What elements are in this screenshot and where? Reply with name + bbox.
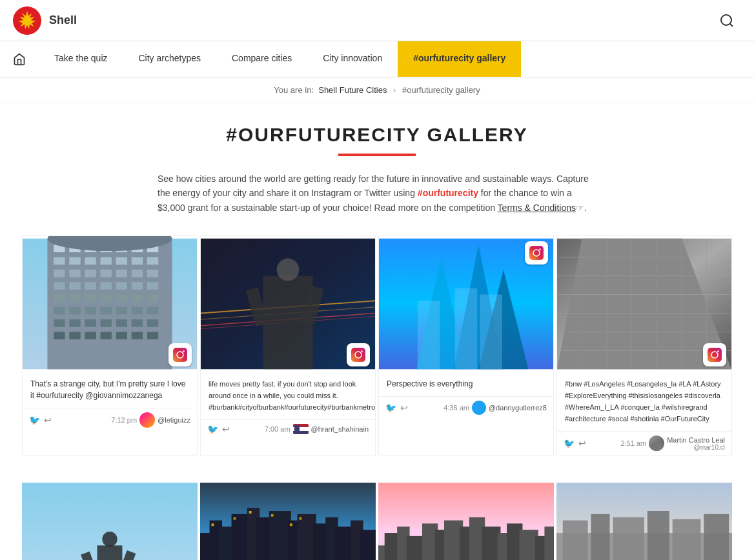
- svg-rect-128: [271, 514, 274, 517]
- card7-image: [378, 481, 554, 560]
- nav-ourfuturecity-gallery[interactable]: #ourfuturecity gallery: [398, 41, 521, 77]
- svg-rect-21: [69, 270, 80, 277]
- card4-footer: 🐦 ↩ 2:51 am Martin Castro Leal @mar10.cl: [557, 431, 731, 455]
- gallery-card-1[interactable]: That's a strange city, but I'm pretty su…: [22, 235, 198, 455]
- gallery-card-8[interactable]: [556, 481, 732, 560]
- title-underline: [338, 154, 416, 156]
- svg-rect-15: [85, 257, 96, 265]
- search-icon: [719, 13, 735, 28]
- gallery-card-5[interactable]: [22, 481, 198, 560]
- nav-city-innovation[interactable]: City innovation: [307, 41, 398, 77]
- share-icon-2: ↩: [222, 424, 230, 434]
- user-avatar-1: [139, 412, 155, 428]
- svg-rect-27: [54, 282, 65, 290]
- twitter-icon-2: 🐦: [207, 424, 218, 434]
- share-icon-1: ↩: [44, 415, 52, 425]
- svg-rect-28: [69, 282, 80, 290]
- svg-rect-149: [563, 521, 588, 560]
- nav-compare-cities[interactable]: Compare cities: [216, 41, 307, 77]
- svg-rect-35: [69, 295, 80, 303]
- svg-rect-34: [54, 295, 65, 303]
- gallery-description: See how cities around the world are gett…: [158, 172, 596, 215]
- svg-rect-83: [455, 288, 478, 369]
- gallery-card-2[interactable]: life moves pretty fast. if you don't sto…: [200, 235, 376, 455]
- breadcrumb-separator: ›: [393, 85, 396, 95]
- nav-city-archetypes[interactable]: City archetypes: [123, 41, 216, 77]
- gallery-card-6[interactable]: [200, 481, 376, 560]
- svg-rect-17: [116, 257, 127, 265]
- shell-logo[interactable]: [13, 6, 41, 35]
- svg-rect-75: [351, 348, 365, 362]
- instagram-icon-1: [168, 343, 192, 366]
- gallery-card-7[interactable]: [378, 481, 554, 560]
- svg-rect-130: [299, 517, 301, 520]
- home-icon: [13, 53, 26, 66]
- svg-rect-14: [69, 257, 80, 265]
- svg-rect-20: [54, 270, 65, 277]
- card3-caption: Perspective is everything: [379, 372, 553, 396]
- svg-point-1: [721, 15, 731, 25]
- card3-footer: 🐦 ↩ 4:36 am @dannygutierrez8: [379, 396, 553, 419]
- svg-rect-129: [290, 524, 292, 526]
- card6-image: [200, 481, 376, 560]
- twitter-icon-4: 🐦: [564, 438, 575, 448]
- svg-point-77: [361, 350, 362, 352]
- svg-rect-106: [97, 546, 123, 560]
- svg-rect-33: [147, 282, 158, 290]
- nav-take-the-quiz[interactable]: Take the quiz: [39, 41, 123, 77]
- user-avatar-4: [649, 435, 664, 451]
- svg-rect-36: [85, 295, 96, 303]
- svg-rect-127: [249, 511, 252, 514]
- main-nav: Take the quiz City archetypes Compare ci…: [0, 41, 754, 77]
- card4-text: #bnw #LosAngeles #Losangeles_la #LA #LAs…: [557, 372, 731, 431]
- svg-rect-16: [101, 257, 112, 265]
- svg-rect-40: [147, 295, 158, 303]
- svg-rect-46: [132, 307, 143, 315]
- svg-rect-52: [116, 319, 127, 327]
- svg-rect-13: [54, 257, 65, 265]
- gallery-card-3[interactable]: Perspective is everything 🐦 ↩ 4:36 am @d…: [378, 235, 554, 455]
- twitter-avatar-3: [472, 401, 486, 415]
- svg-rect-51: [101, 319, 112, 327]
- svg-rect-45: [116, 307, 127, 315]
- header-brand: Shell: [13, 6, 77, 35]
- svg-point-107: [102, 532, 117, 546]
- svg-rect-84: [480, 295, 502, 370]
- svg-rect-124: [360, 530, 376, 560]
- svg-rect-42: [69, 307, 80, 315]
- svg-rect-22: [85, 270, 96, 277]
- page-title: #OURFUTURECITY GALLERY: [22, 103, 732, 154]
- svg-rect-30: [101, 282, 112, 290]
- nav-home[interactable]: [0, 41, 39, 77]
- svg-rect-26: [147, 270, 158, 277]
- svg-rect-152: [647, 511, 669, 560]
- svg-rect-49: [69, 319, 80, 327]
- svg-point-72: [277, 259, 300, 281]
- svg-rect-126: [233, 517, 236, 520]
- terms-link[interactable]: Terms & Conditions: [498, 203, 576, 213]
- card2-footer: 🐦 ↩ 7:00 am @hrant_shahinain: [201, 419, 375, 438]
- instagram-icon-2: [347, 343, 370, 366]
- svg-rect-125: [211, 524, 214, 526]
- gallery-grid-row1: That's a strange city, but I'm pretty su…: [22, 235, 732, 455]
- share-icon-4: ↩: [578, 438, 586, 448]
- page-content: #OURFUTURECITY GALLERY See how cities ar…: [9, 103, 745, 560]
- svg-rect-82: [418, 301, 440, 369]
- svg-rect-37: [101, 295, 112, 303]
- breadcrumb-parent[interactable]: Shell Future Cities: [318, 85, 387, 95]
- twitter-icon-1: 🐦: [29, 415, 40, 425]
- svg-rect-54: [147, 319, 158, 327]
- breadcrumb-current: #ourfuturecity gallery: [402, 85, 480, 95]
- gallery-card-4[interactable]: #bnw #LosAngeles #Losangeles_la #LA #LAs…: [556, 235, 732, 455]
- card5-image: [22, 481, 198, 560]
- search-button[interactable]: [713, 6, 741, 35]
- svg-rect-43: [85, 307, 96, 315]
- card1-caption: That's a strange city, but I'm pretty su…: [23, 372, 197, 408]
- svg-rect-61: [147, 332, 158, 340]
- svg-rect-19: [147, 257, 158, 265]
- svg-rect-48: [54, 319, 65, 327]
- svg-rect-24: [116, 270, 127, 277]
- svg-rect-57: [85, 332, 96, 340]
- svg-rect-25: [132, 270, 143, 277]
- svg-rect-53: [132, 319, 143, 327]
